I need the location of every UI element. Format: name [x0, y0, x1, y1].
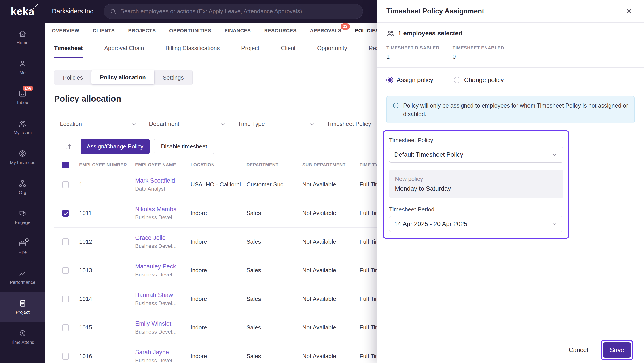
subtab-billing-classifications[interactable]: Billing Classifications [166, 39, 220, 58]
viewtab-policies[interactable]: Policies [54, 70, 92, 85]
employee-number: 1016 [79, 353, 135, 360]
subtab-approval-chain[interactable]: Approval Chain [104, 39, 144, 58]
timesheet-policy-select[interactable]: Default Timesheet Policy [389, 147, 563, 162]
employee-name-link[interactable]: Grace Jolie [135, 235, 190, 241]
view-switcher: Policies Policy allocation Settings [54, 70, 192, 85]
new-policy-label: New policy [395, 175, 557, 182]
sidebar-item-hire[interactable]: Hire [0, 232, 45, 262]
employee-location: Indore [190, 296, 246, 303]
row-checkbox[interactable] [62, 267, 69, 274]
subtab-client[interactable]: Client [281, 39, 296, 58]
new-policy-value: Monday to Saturday [395, 185, 557, 192]
subtab-project[interactable]: Project [241, 39, 260, 58]
panel-header: Timesheet Policy Assignment [377, 0, 644, 22]
filter-label: Time Type [238, 120, 265, 127]
employees-icon [386, 29, 394, 37]
filter-time-type[interactable]: Time Type [232, 116, 321, 131]
employee-name-link[interactable]: Emily Winslet [135, 320, 190, 327]
employee-number: 1 [79, 181, 135, 188]
employee-role: Data Analyst [135, 186, 190, 192]
employee-sub-department: Not Available [302, 181, 360, 188]
column-header-sub-department[interactable]: SUB DEPARTMENT [302, 162, 360, 167]
tab-approvals[interactable]: APPROVALS 23 [310, 22, 342, 39]
cancel-button[interactable]: Cancel [565, 344, 592, 356]
employee-name-link[interactable]: Nikolas Mamba [135, 206, 190, 213]
disable-timesheet-button[interactable]: Disable timesheet [154, 139, 214, 154]
column-header-employee-number[interactable]: EMPLOYEE NUMBER [79, 162, 135, 167]
main-tab-label: RESOURCES [264, 28, 296, 33]
sidebar-item-label: Project [16, 310, 30, 315]
employee-number: 1013 [79, 267, 135, 274]
row-checkbox[interactable] [62, 181, 69, 188]
radio-label: Change policy [464, 76, 504, 84]
sidebar-item-my-team[interactable]: My Team [0, 112, 45, 142]
view-tab-label: Settings [163, 74, 184, 81]
sidebar-item-performance[interactable]: Performance [0, 262, 45, 292]
subtab-opportunity[interactable]: Opportunity [317, 39, 347, 58]
sidebar-item-label: Org [19, 190, 26, 195]
sidebar-item-org[interactable]: Org [0, 172, 45, 202]
employee-name-link[interactable]: Macauley Peck [135, 263, 190, 270]
policy-mode-radio[interactable]: Change policy [454, 76, 504, 84]
sidebar-item-icon [18, 30, 26, 38]
select-all-checkbox[interactable] [62, 162, 69, 168]
employee-number: 1012 [79, 238, 135, 245]
timesheet-period-select[interactable]: 14 Apr 2025 - 20 Apr 2025 [389, 216, 563, 232]
employee-role: Business Devel... [135, 358, 190, 363]
sidebar-item-engage[interactable]: Engage [0, 202, 45, 232]
column-header-department[interactable]: DEPARTMENT [246, 162, 302, 167]
row-checkbox[interactable] [62, 296, 69, 303]
sidebar-item-me[interactable]: Me [0, 52, 45, 82]
save-button[interactable]: Save [603, 343, 631, 358]
sort-icon[interactable] [64, 143, 72, 150]
sidebar-item-time-attend[interactable]: Time Attend [0, 322, 45, 352]
close-icon[interactable] [625, 7, 633, 15]
tab-projects[interactable]: PROJECTS [128, 22, 156, 39]
tab-clients[interactable]: CLIENTS [93, 22, 115, 39]
radio-icon [454, 77, 460, 83]
main-tab-label: CLIENTS [93, 28, 115, 33]
row-checkbox[interactable] [62, 210, 69, 217]
tab-overview[interactable]: OVERVIEW [52, 22, 80, 39]
global-search[interactable] [104, 4, 363, 19]
sidebar-item-label: My Finances [10, 160, 35, 165]
main-tab-label: APPROVALS [310, 28, 342, 33]
row-checkbox[interactable] [62, 239, 69, 245]
sidebar-item-inbox[interactable]: 156 Inbox [0, 82, 45, 112]
keka-logo[interactable]: keka [0, 0, 45, 22]
filter-location[interactable]: Location [54, 116, 143, 131]
subtab-timesheet[interactable]: Timesheet [54, 39, 83, 58]
chevron-down-icon [131, 121, 137, 127]
radio-label: Assign policy [397, 76, 433, 84]
assign-change-policy-button[interactable]: Assign/Change Policy [80, 139, 150, 154]
sidebar-item-project[interactable]: Project [0, 292, 45, 322]
divider [377, 67, 644, 67]
row-checkbox[interactable] [62, 353, 69, 360]
employee-department: Sales [246, 238, 302, 245]
viewtab-settings[interactable]: Settings [154, 70, 192, 85]
tab-resources[interactable]: RESOURCES [264, 22, 296, 39]
employee-name-link[interactable]: Mark Scottfield [135, 177, 190, 184]
sidebar: keka Home Me 156 Inbox [0, 0, 45, 363]
timesheet-stats: TIMESHEET DISABLED 1 TIMESHEET ENABLED 0 [386, 45, 634, 60]
sub-tab-label: Opportunity [317, 45, 347, 52]
sidebar-item-my-finances[interactable]: My Finances [0, 142, 45, 172]
tab-finances[interactable]: FINANCES [224, 22, 251, 39]
filter-department[interactable]: Department [143, 116, 232, 131]
search-input[interactable] [120, 8, 357, 15]
viewtab-policy-allocation[interactable]: Policy allocation [91, 70, 154, 85]
timesheet-policy-value: Default Timesheet Policy [394, 151, 463, 158]
column-header-location[interactable]: LOCATION [190, 162, 246, 167]
column-header-employee-name[interactable]: EMPLOYEE NAME [135, 162, 190, 167]
sidebar-item-label: Engage [15, 220, 30, 225]
employee-location: Indore [190, 238, 246, 245]
row-checkbox[interactable] [62, 324, 69, 331]
employee-name-link[interactable]: Sarah Jayne [135, 349, 190, 356]
filter-label: Location [60, 120, 82, 127]
employee-name-link[interactable]: Hannah Shaw [135, 292, 190, 299]
tab-opportunities[interactable]: OPPORTUNITIES [169, 22, 211, 39]
policy-mode-radio[interactable]: Assign policy [386, 76, 433, 84]
sidebar-item-home[interactable]: Home [0, 22, 45, 52]
employee-location: USA -HO - Californi [190, 181, 246, 188]
employee-number: 1014 [79, 296, 135, 303]
